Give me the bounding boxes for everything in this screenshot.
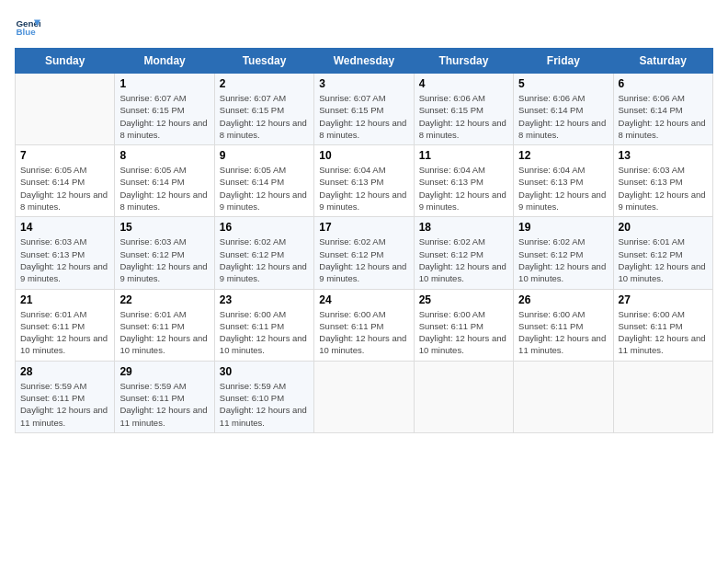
calendar-cell: 24Sunrise: 6:00 AMSunset: 6:11 PMDayligh…: [314, 289, 414, 361]
day-number: 29: [119, 365, 209, 378]
calendar-cell: 28Sunrise: 5:59 AMSunset: 6:11 PMDayligh…: [16, 361, 115, 432]
day-info: Sunrise: 6:00 AMSunset: 6:11 PMDaylight:…: [319, 308, 408, 357]
day-info: Sunrise: 6:01 AMSunset: 6:11 PMDaylight:…: [119, 308, 209, 357]
day-number: 6: [619, 77, 708, 90]
day-info: Sunrise: 6:02 AMSunset: 6:12 PMDaylight:…: [220, 236, 309, 284]
week-row-5: 28Sunrise: 5:59 AMSunset: 6:11 PMDayligh…: [16, 361, 713, 432]
calendar-cell: [514, 361, 613, 432]
day-number: 24: [319, 293, 408, 306]
calendar-cell: 19Sunrise: 6:02 AMSunset: 6:12 PMDayligh…: [514, 217, 613, 289]
day-info: Sunrise: 5:59 AMSunset: 6:10 PMDaylight:…: [220, 380, 309, 429]
calendar-cell: 4Sunrise: 6:06 AMSunset: 6:15 PMDaylight…: [414, 74, 513, 145]
day-number: 9: [220, 149, 309, 162]
day-info: Sunrise: 6:00 AMSunset: 6:11 PMDaylight:…: [619, 308, 708, 357]
header-saturday: Saturday: [613, 49, 712, 74]
day-info: Sunrise: 6:02 AMSunset: 6:12 PMDaylight:…: [319, 236, 408, 284]
day-number: 14: [20, 221, 109, 234]
calendar-cell: 16Sunrise: 6:02 AMSunset: 6:12 PMDayligh…: [214, 217, 313, 289]
day-number: 2: [220, 77, 309, 90]
calendar-cell: 20Sunrise: 6:01 AMSunset: 6:12 PMDayligh…: [613, 217, 712, 289]
day-number: 25: [419, 293, 508, 306]
calendar-cell: 25Sunrise: 6:00 AMSunset: 6:11 PMDayligh…: [414, 289, 513, 361]
header-monday: Monday: [115, 49, 214, 74]
calendar-cell: 14Sunrise: 6:03 AMSunset: 6:13 PMDayligh…: [16, 217, 115, 289]
day-info: Sunrise: 6:05 AMSunset: 6:14 PMDaylight:…: [220, 164, 309, 213]
day-info: Sunrise: 6:06 AMSunset: 6:15 PMDaylight:…: [419, 92, 508, 141]
day-number: 23: [220, 293, 309, 306]
day-number: 10: [319, 149, 408, 162]
day-number: 18: [419, 221, 508, 234]
day-info: Sunrise: 5:59 AMSunset: 6:11 PMDaylight:…: [119, 380, 209, 429]
day-info: Sunrise: 6:07 AMSunset: 6:15 PMDaylight:…: [119, 92, 209, 141]
calendar-table: SundayMondayTuesdayWednesdayThursdayFrid…: [15, 48, 713, 433]
day-info: Sunrise: 6:07 AMSunset: 6:15 PMDaylight:…: [220, 92, 309, 141]
header-sunday: Sunday: [16, 49, 115, 74]
week-row-1: 1Sunrise: 6:07 AMSunset: 6:15 PMDaylight…: [16, 74, 713, 145]
calendar-cell: 5Sunrise: 6:06 AMSunset: 6:14 PMDaylight…: [514, 74, 613, 145]
day-number: 20: [619, 221, 708, 234]
calendar-cell: 26Sunrise: 6:00 AMSunset: 6:11 PMDayligh…: [514, 289, 613, 361]
day-info: Sunrise: 6:03 AMSunset: 6:13 PMDaylight:…: [619, 164, 708, 213]
week-row-3: 14Sunrise: 6:03 AMSunset: 6:13 PMDayligh…: [16, 217, 713, 289]
week-row-2: 7Sunrise: 6:05 AMSunset: 6:14 PMDaylight…: [16, 145, 713, 217]
calendar-cell: 27Sunrise: 6:00 AMSunset: 6:11 PMDayligh…: [613, 289, 712, 361]
calendar-cell: 22Sunrise: 6:01 AMSunset: 6:11 PMDayligh…: [115, 289, 214, 361]
calendar-cell: 29Sunrise: 5:59 AMSunset: 6:11 PMDayligh…: [115, 361, 214, 432]
day-number: 4: [419, 77, 508, 90]
day-info: Sunrise: 6:06 AMSunset: 6:14 PMDaylight:…: [518, 92, 608, 141]
day-info: Sunrise: 6:04 AMSunset: 6:13 PMDaylight:…: [319, 164, 408, 213]
day-number: 12: [518, 149, 608, 162]
calendar-cell: 23Sunrise: 6:00 AMSunset: 6:11 PMDayligh…: [214, 289, 313, 361]
day-info: Sunrise: 6:01 AMSunset: 6:12 PMDaylight:…: [619, 236, 708, 284]
day-info: Sunrise: 6:01 AMSunset: 6:11 PMDaylight:…: [20, 308, 109, 357]
calendar-cell: 12Sunrise: 6:04 AMSunset: 6:13 PMDayligh…: [514, 145, 613, 217]
header-row: SundayMondayTuesdayWednesdayThursdayFrid…: [16, 49, 713, 74]
day-info: Sunrise: 6:00 AMSunset: 6:11 PMDaylight:…: [518, 308, 608, 357]
day-number: 11: [419, 149, 508, 162]
calendar-cell: 21Sunrise: 6:01 AMSunset: 6:11 PMDayligh…: [16, 289, 115, 361]
header: General Blue: [15, 15, 713, 40]
day-number: 7: [20, 149, 109, 162]
day-info: Sunrise: 6:04 AMSunset: 6:13 PMDaylight:…: [419, 164, 508, 213]
day-info: Sunrise: 6:02 AMSunset: 6:12 PMDaylight:…: [419, 236, 508, 284]
day-number: 13: [619, 149, 708, 162]
day-info: Sunrise: 6:07 AMSunset: 6:15 PMDaylight:…: [319, 92, 408, 141]
day-number: 28: [20, 365, 109, 378]
day-info: Sunrise: 6:05 AMSunset: 6:14 PMDaylight:…: [119, 164, 209, 213]
logo: General Blue: [15, 15, 40, 40]
calendar-cell: [613, 361, 712, 432]
day-info: Sunrise: 6:00 AMSunset: 6:11 PMDaylight:…: [419, 308, 508, 357]
day-info: Sunrise: 6:03 AMSunset: 6:13 PMDaylight:…: [20, 236, 109, 284]
day-info: Sunrise: 6:02 AMSunset: 6:12 PMDaylight:…: [518, 236, 608, 284]
header-friday: Friday: [514, 49, 613, 74]
day-number: 19: [518, 221, 608, 234]
calendar-cell: 6Sunrise: 6:06 AMSunset: 6:14 PMDaylight…: [613, 74, 712, 145]
day-info: Sunrise: 5:59 AMSunset: 6:11 PMDaylight:…: [20, 380, 109, 429]
day-number: 22: [119, 293, 209, 306]
calendar-cell: 11Sunrise: 6:04 AMSunset: 6:13 PMDayligh…: [414, 145, 513, 217]
calendar-cell: 7Sunrise: 6:05 AMSunset: 6:14 PMDaylight…: [16, 145, 115, 217]
day-number: 26: [518, 293, 608, 306]
calendar-body: 1Sunrise: 6:07 AMSunset: 6:15 PMDaylight…: [16, 74, 713, 433]
calendar-cell: 10Sunrise: 6:04 AMSunset: 6:13 PMDayligh…: [314, 145, 414, 217]
calendar-header: SundayMondayTuesdayWednesdayThursdayFrid…: [16, 49, 713, 74]
calendar-cell: 17Sunrise: 6:02 AMSunset: 6:12 PMDayligh…: [314, 217, 414, 289]
day-number: 30: [220, 365, 309, 378]
svg-text:Blue: Blue: [16, 27, 36, 37]
calendar-cell: 15Sunrise: 6:03 AMSunset: 6:12 PMDayligh…: [115, 217, 214, 289]
calendar-cell: 3Sunrise: 6:07 AMSunset: 6:15 PMDaylight…: [314, 74, 414, 145]
header-wednesday: Wednesday: [314, 49, 414, 74]
day-number: 8: [119, 149, 209, 162]
calendar-cell: 18Sunrise: 6:02 AMSunset: 6:12 PMDayligh…: [414, 217, 513, 289]
day-info: Sunrise: 6:03 AMSunset: 6:12 PMDaylight:…: [119, 236, 209, 284]
calendar-cell: [414, 361, 513, 432]
calendar-cell: [16, 74, 115, 145]
day-info: Sunrise: 6:05 AMSunset: 6:14 PMDaylight:…: [20, 164, 109, 213]
day-number: 5: [518, 77, 608, 90]
calendar-cell: [314, 361, 414, 432]
day-number: 3: [319, 77, 408, 90]
calendar-cell: 2Sunrise: 6:07 AMSunset: 6:15 PMDaylight…: [214, 74, 313, 145]
header-thursday: Thursday: [414, 49, 513, 74]
week-row-4: 21Sunrise: 6:01 AMSunset: 6:11 PMDayligh…: [16, 289, 713, 361]
header-tuesday: Tuesday: [214, 49, 313, 74]
